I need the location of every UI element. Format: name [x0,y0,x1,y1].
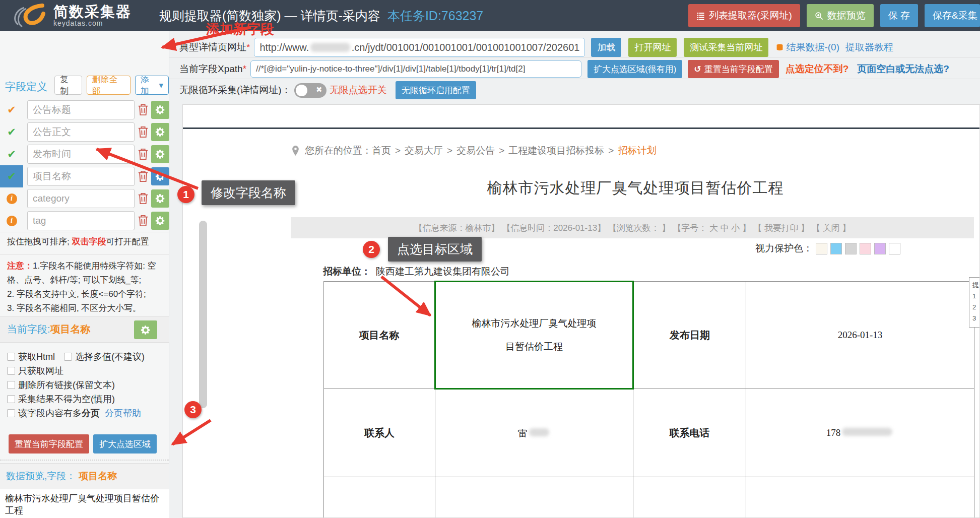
infinite-loop-label: 无限循环采集(详情网址)： [179,84,291,97]
current-field-bar: 当前字段: 项目名称 [0,316,169,343]
save-button[interactable]: 保 存 [880,4,918,27]
url-input[interactable]: http://www..cn/jydt/001001/001001001/001… [254,38,585,57]
delete-all-fields-button[interactable]: 删除全部 [87,76,130,95]
check-icon: ✔ [7,170,16,182]
field-gear-button[interactable] [151,189,169,208]
field-name-input[interactable]: 公告标题 [27,100,135,119]
location-pin-icon [291,145,300,156]
blank-page-help-link[interactable]: 页面空白或无法点选? [857,62,949,76]
checkbox-remove-links[interactable] [7,381,15,389]
zoom-plus-icon [815,12,823,20]
check-icon: ✔ [7,148,16,160]
field-row[interactable]: ✔ 发布时间 [0,143,169,165]
color-swatch[interactable] [816,243,827,254]
app-header: 简数采集器 keydatas.com 规则提取器(简数独家) — 详情页-采内容… [0,0,980,31]
trash-icon[interactable] [138,125,149,139]
gear-icon [155,104,166,115]
data-preview-button[interactable]: 数据预览 [807,4,874,27]
current-field-gear-button[interactable] [134,320,157,339]
gear-icon [155,171,166,182]
data-preview-value: 榆林市污水处理厂臭气处理项目暂估价工程 [0,489,169,518]
field-gear-button[interactable] [151,145,169,163]
table-cell-selected-target[interactable]: 榆林市污水处理厂臭气处理项目暂估价工程 [435,282,633,389]
check-icon: ✔ [7,104,16,116]
checkbox-get-html[interactable] [7,353,15,361]
tutorial-link[interactable]: 提取器教程 [845,41,893,54]
field-row-selected[interactable]: ✔ 项目名称 [0,165,169,187]
color-swatch[interactable] [889,243,900,254]
infinite-loop-toggle[interactable]: ✖ [294,83,326,98]
trash-icon[interactable] [138,148,149,161]
expand-selection-useful-button[interactable]: 扩大点选区域(很有用) [587,60,682,78]
reset-current-field-button[interactable]: ↺ 重置当前字段配置 [688,60,778,78]
field-name-input[interactable]: category [27,189,135,208]
field-name-input[interactable]: tag [27,211,135,230]
breadcrumb-item-current[interactable]: 招标计划 [618,144,656,157]
field-row[interactable]: i category [0,187,169,210]
field-gear-button[interactable] [151,123,169,141]
blurred-url-segment [310,43,350,52]
result-data-link[interactable]: 结果数据-(0) [775,41,839,54]
floating-helper-panel[interactable]: 提 1 2 3 [969,277,980,328]
blurred-phone [842,428,892,436]
database-icon [775,43,784,52]
color-swatch[interactable] [860,243,871,254]
gear-icon [155,149,166,160]
list-icon [696,12,705,20]
expand-selection-button[interactable]: 扩大点选区域 [93,434,157,454]
field-name-input[interactable]: 发布时间 [27,145,135,164]
load-button[interactable]: 加载 [591,38,621,57]
trash-icon[interactable] [138,214,149,227]
blurred-name [529,428,549,436]
add-field-button[interactable]: 添加 ▾ [135,76,169,95]
paging-help-link[interactable]: 分页帮助 [105,407,141,419]
breadcrumb: 您所在的位置： 首页 > 交易大厅 > 交易公告 > 工程建设项目招标投标 > … [291,144,656,157]
color-swatch[interactable] [830,243,842,254]
list-extractor-button[interactable]: 列表提取器(采网址) [688,4,800,27]
loop-config-button[interactable]: 无限循环启用配置 [396,81,476,99]
trash-icon[interactable] [138,103,149,116]
xpath-input[interactable]: //*[@id="yulin-jy-notice-to-three"]/div[… [250,60,581,78]
app-window: 简数采集器 keydatas.com 规则提取器(简数独家) — 详情页-采内容… [0,0,980,518]
breadcrumb-item[interactable]: 工程建设项目招标投标 [508,144,604,157]
checkbox-multi-value[interactable] [64,353,72,361]
checkbox-not-empty[interactable] [7,395,15,403]
field-name-input[interactable]: 项目名称 [27,167,135,186]
infinite-loop-switch-label: 无限点选开关 [330,84,387,97]
breadcrumb-item[interactable]: 首页 [372,144,391,157]
field-gear-button[interactable] [151,212,169,230]
color-swatch[interactable] [845,243,857,254]
annotation-tooltip-click-target: 点选目标区域 [388,237,482,262]
tender-unit-line: 招标单位：陕西建工第九建设集团有限公司 [323,265,510,278]
locate-help-link[interactable]: 点选定位不到? [786,62,849,76]
checkbox-multi-page[interactable] [7,409,15,417]
field-gear-button[interactable] [151,167,169,185]
toggle-off-icon: ✖ [316,85,322,94]
trash-icon[interactable] [138,192,149,205]
gear-icon [155,193,166,204]
checkbox-url-only[interactable] [7,367,15,375]
reset-field-config-button[interactable]: 重置当前字段配置 [9,434,89,454]
article-title: 榆林市污水处理厂臭气处理项目暂估价工程 [298,178,973,199]
copy-fields-button[interactable]: 复制 [54,76,82,95]
field-name-input[interactable]: 公告正文 [27,122,135,142]
open-url-button[interactable]: 打开网址 [628,38,677,57]
color-swatch[interactable] [874,243,886,254]
field-gear-button[interactable] [151,101,169,119]
gear-icon [155,126,166,138]
scrollbar-strip[interactable] [199,221,207,408]
save-and-collect-button[interactable]: 保存&采集 [925,4,980,27]
drag-hint: 按住拖拽可排序; 双击字段可打开配置 [7,236,149,247]
table-cell-label: 联系人 [324,389,435,477]
table-cell-label: 联系电话 [633,389,746,477]
xpath-label: 当前字段Xpath* [179,62,246,76]
breadcrumb-item[interactable]: 交易公告 [456,144,495,157]
annotation-step-3: 3 [184,401,202,418]
test-collect-button[interactable]: 测试采集当前网址 [684,38,768,57]
breadcrumb-item[interactable]: 交易大厅 [405,144,443,157]
field-row[interactable]: ✔ 公告标题 [0,99,169,121]
annotation-step-2: 2 [363,241,380,258]
field-row[interactable]: i tag [0,210,169,232]
trash-icon[interactable] [138,170,149,183]
field-row[interactable]: ✔ 公告正文 [0,121,169,143]
